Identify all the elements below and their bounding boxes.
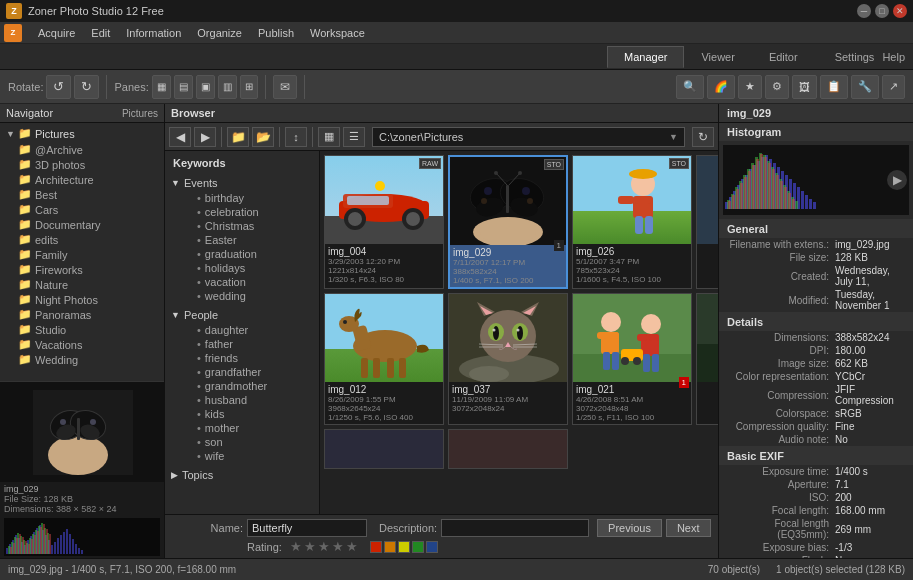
photo-cell-img029[interactable]: 1 STO img_029 7/11/2007 12:17 PM 388x582… xyxy=(448,155,568,289)
menu-information[interactable]: Information xyxy=(118,25,189,41)
path-dropdown-icon[interactable]: ▼ xyxy=(669,132,678,142)
tree-item-best[interactable]: 📁Best xyxy=(14,187,162,202)
kw-father[interactable]: father xyxy=(177,337,315,351)
kw-christmas[interactable]: Christmas xyxy=(177,219,315,233)
tool-2-button[interactable]: 🌈 xyxy=(707,75,735,99)
swatch-blue[interactable] xyxy=(426,541,438,553)
swatch-green[interactable] xyxy=(412,541,424,553)
folder-button[interactable]: 📁 xyxy=(227,127,249,147)
histogram-nav-arrow[interactable]: ▶ xyxy=(887,170,907,190)
tool-1-button[interactable]: 🔍 xyxy=(676,75,704,99)
desc-input[interactable] xyxy=(441,519,589,537)
pane-3-button[interactable]: ▣ xyxy=(196,75,215,99)
kw-kids[interactable]: kids xyxy=(177,407,315,421)
new-folder-button[interactable]: 📂 xyxy=(252,127,274,147)
photo-cell-img021[interactable]: 1 img_021 4/26/2008 8:51 AM 3072x2048x48… xyxy=(572,293,692,425)
pane-1-button[interactable]: ▦ xyxy=(152,75,171,99)
tab-viewer[interactable]: Viewer xyxy=(684,46,751,68)
app-menu-icon[interactable]: Z xyxy=(4,24,22,42)
kw-grandfather[interactable]: grandfather xyxy=(177,365,315,379)
kw-birthday[interactable]: birthday xyxy=(177,191,315,205)
tool-3-button[interactable]: ★ xyxy=(738,75,762,99)
forward-button[interactable]: ▶ xyxy=(194,127,216,147)
kw-wedding[interactable]: wedding xyxy=(177,289,315,303)
tree-item-nature[interactable]: 📁Nature xyxy=(14,277,162,292)
keywords-topics-header[interactable]: ▶ Topics xyxy=(169,467,315,483)
kw-holidays[interactable]: holidays xyxy=(177,261,315,275)
previous-button[interactable]: Previous xyxy=(597,519,662,537)
photo-cell-partial-r1[interactable] xyxy=(696,155,718,289)
tool-7-button[interactable]: 🔧 xyxy=(851,75,879,99)
refresh-button[interactable]: ↻ xyxy=(692,127,714,147)
back-button[interactable]: ◀ xyxy=(169,127,191,147)
menu-acquire[interactable]: Acquire xyxy=(30,25,83,41)
settings-link[interactable]: Settings xyxy=(835,51,875,63)
tool-4-button[interactable]: ⚙ xyxy=(765,75,789,99)
tab-editor[interactable]: Editor xyxy=(752,46,815,68)
rotate-left-button[interactable]: ↺ xyxy=(46,75,71,99)
kw-grandmother[interactable]: grandmother xyxy=(177,379,315,393)
tree-item-wedding[interactable]: 📁Wedding xyxy=(14,352,162,367)
tree-item-3d[interactable]: 📁3D photos xyxy=(14,157,162,172)
kw-friends[interactable]: friends xyxy=(177,351,315,365)
kw-son[interactable]: son xyxy=(177,435,315,449)
pane-5-button[interactable]: ⊞ xyxy=(240,75,258,99)
star-2[interactable]: ★ xyxy=(304,539,316,554)
photo-cell-partial-r2[interactable] xyxy=(696,293,718,425)
swatch-red[interactable] xyxy=(370,541,382,553)
kw-husband[interactable]: husband xyxy=(177,393,315,407)
tool-5-button[interactable]: 🖼 xyxy=(792,75,817,99)
photo-cell-partial-r3b[interactable] xyxy=(448,429,568,469)
photo-cell-img004[interactable]: RAW img_004 3/29/2003 12:20 PM 1221x814x… xyxy=(324,155,444,289)
tree-item-panoramas[interactable]: 📁Panoramas xyxy=(14,307,162,322)
keywords-events-header[interactable]: ▼ Events xyxy=(169,175,315,191)
tree-item-pictures[interactable]: ▼ 📁 Pictures xyxy=(2,125,162,142)
help-link[interactable]: Help xyxy=(882,51,905,63)
star-5[interactable]: ★ xyxy=(346,539,358,554)
tree-item-architecture[interactable]: 📁Architecture xyxy=(14,172,162,187)
tree-item-vacations[interactable]: 📁Vacations xyxy=(14,337,162,352)
menu-publish[interactable]: Publish xyxy=(250,25,302,41)
kw-mother[interactable]: mother xyxy=(177,421,315,435)
kw-graduation[interactable]: graduation xyxy=(177,247,315,261)
photo-cell-partial-r3a[interactable] xyxy=(324,429,444,469)
minimize-button[interactable]: ─ xyxy=(857,4,871,18)
tree-item-documentary[interactable]: 📁Documentary xyxy=(14,217,162,232)
photo-cell-img012[interactable]: img_012 8/26/2009 1:55 PM 3968x2645x24 1… xyxy=(324,293,444,425)
pane-2-button[interactable]: ▤ xyxy=(174,75,193,99)
tab-manager[interactable]: Manager xyxy=(607,46,684,68)
tree-item-night[interactable]: 📁Night Photos xyxy=(14,292,162,307)
tree-item-archive[interactable]: 📁@Archive xyxy=(14,142,162,157)
tool-8-button[interactable]: ↗ xyxy=(882,75,905,99)
view-button[interactable]: ▦ xyxy=(318,127,340,147)
keywords-people-header[interactable]: ▼ People xyxy=(169,307,315,323)
menu-edit[interactable]: Edit xyxy=(83,25,118,41)
maximize-button[interactable]: □ xyxy=(875,4,889,18)
next-button[interactable]: Next xyxy=(666,519,711,537)
kw-daughter[interactable]: daughter xyxy=(177,323,315,337)
photo-cell-img026[interactable]: STO img_026 5/1/2007 3:47 PM 785x523x24 … xyxy=(572,155,692,289)
star-1[interactable]: ★ xyxy=(290,539,302,554)
menu-workspace[interactable]: Workspace xyxy=(302,25,373,41)
menu-organize[interactable]: Organize xyxy=(189,25,250,41)
name-input[interactable] xyxy=(247,519,367,537)
star-3[interactable]: ★ xyxy=(318,539,330,554)
close-button[interactable]: ✕ xyxy=(893,4,907,18)
rotate-right-button[interactable]: ↻ xyxy=(74,75,99,99)
tree-item-edits[interactable]: 📁edits xyxy=(14,232,162,247)
pane-4-button[interactable]: ▥ xyxy=(218,75,237,99)
tool-6-button[interactable]: 📋 xyxy=(820,75,848,99)
sort-button[interactable]: ↕ xyxy=(285,127,307,147)
kw-vacation[interactable]: vacation xyxy=(177,275,315,289)
star-4[interactable]: ★ xyxy=(332,539,344,554)
tree-item-studio[interactable]: 📁Studio xyxy=(14,322,162,337)
view-list-button[interactable]: ☰ xyxy=(343,127,365,147)
tree-item-cars[interactable]: 📁Cars xyxy=(14,202,162,217)
email-button[interactable]: ✉ xyxy=(273,75,297,99)
kw-wife[interactable]: wife xyxy=(177,449,315,463)
tree-item-fireworks[interactable]: 📁Fireworks xyxy=(14,262,162,277)
tree-item-family[interactable]: 📁Family xyxy=(14,247,162,262)
photo-cell-img037[interactable]: img_037 11/19/2009 11:09 AM 3072x2048x24 xyxy=(448,293,568,425)
swatch-yellow[interactable] xyxy=(398,541,410,553)
kw-celebration[interactable]: celebration xyxy=(177,205,315,219)
